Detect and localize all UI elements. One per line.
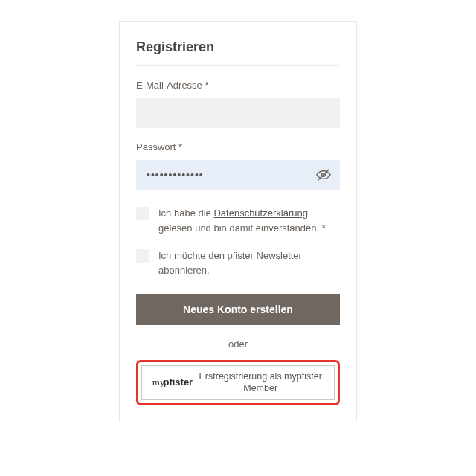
newsletter-checkbox[interactable] xyxy=(136,249,149,263)
mypfister-register-button[interactable]: mypfister Erstregistrierung als mypfiste… xyxy=(141,365,335,400)
privacy-link[interactable]: Datenschutzerklärung xyxy=(213,208,307,219)
password-wrap xyxy=(136,160,340,190)
or-divider: oder xyxy=(136,338,340,350)
newsletter-row: Ich möchte den pfister Newsletter abonni… xyxy=(136,248,340,277)
eye-off-icon xyxy=(315,167,332,183)
privacy-row: Ich habe die Datenschutzerklärung gelese… xyxy=(136,206,340,235)
password-label: Passwort * xyxy=(136,141,340,152)
privacy-suffix: gelesen und bin damit einverstanden. * xyxy=(158,222,326,234)
privacy-prefix: Ich habe die xyxy=(158,208,213,219)
password-field[interactable] xyxy=(136,160,340,190)
title-divider xyxy=(136,65,340,66)
register-card: Registrieren E-Mail-Adresse * Passwort *… xyxy=(119,21,357,422)
newsletter-text: Ich möchte den pfister Newsletter abonni… xyxy=(158,248,340,277)
mypfister-button-label: Erstregistrierung als mypfister Member xyxy=(197,370,324,395)
privacy-text: Ich habe die Datenschutzerklärung gelese… xyxy=(158,206,340,235)
privacy-checkbox[interactable] xyxy=(136,207,149,220)
highlight-box: mypfister Erstregistrierung als mypfiste… xyxy=(136,360,340,405)
divider-line-left xyxy=(136,344,219,344)
toggle-password-visibility[interactable] xyxy=(313,164,334,185)
divider-label: oder xyxy=(228,338,248,350)
divider-line-right xyxy=(257,344,340,344)
logo-pfister-text: pfister xyxy=(163,376,193,387)
page-title: Registrieren xyxy=(136,39,340,55)
email-label: E-Mail-Adresse * xyxy=(136,80,340,91)
create-account-button[interactable]: Neues Konto erstellen xyxy=(136,294,340,325)
email-field[interactable] xyxy=(136,98,340,128)
mypfister-logo: mypfister xyxy=(152,376,193,389)
